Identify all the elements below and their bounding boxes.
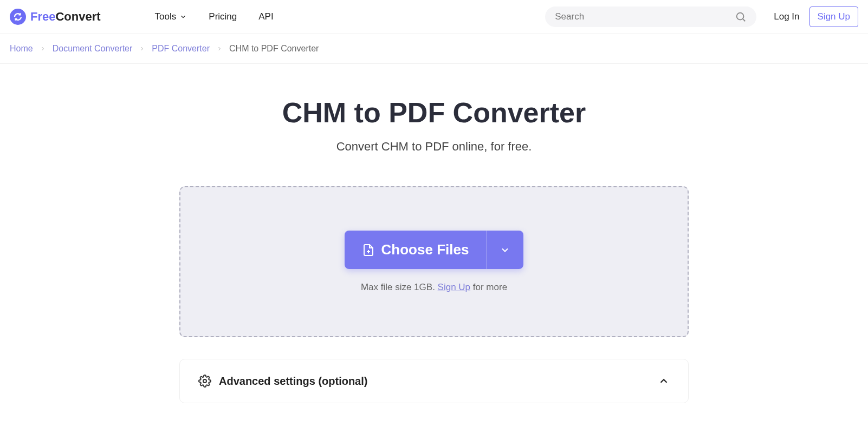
choose-files-label: Choose Files xyxy=(381,241,469,258)
file-add-icon xyxy=(362,242,375,258)
nav-tools[interactable]: Tools xyxy=(155,11,187,22)
file-size-note: Max file size 1GB. Sign Up for more xyxy=(191,282,677,293)
search-icon[interactable] xyxy=(735,11,747,23)
nav-api[interactable]: API xyxy=(258,11,273,22)
advanced-settings-toggle[interactable]: Advanced settings (optional) xyxy=(179,359,689,403)
page-title: CHM to PDF Converter xyxy=(11,96,857,129)
note-prefix: Max file size 1GB. xyxy=(361,282,438,292)
advanced-settings-label: Advanced settings (optional) xyxy=(219,375,650,388)
crumb-document-converter[interactable]: Document Converter xyxy=(53,44,133,54)
choose-files-button[interactable]: Choose Files xyxy=(345,231,487,269)
svg-point-0 xyxy=(737,13,744,20)
login-link[interactable]: Log In xyxy=(774,11,799,22)
choose-files-group: Choose Files xyxy=(345,231,524,269)
crumb-current: CHM to PDF Converter xyxy=(229,44,319,54)
main-nav: Tools Pricing API xyxy=(155,11,274,22)
crumb-pdf-converter[interactable]: PDF Converter xyxy=(152,44,210,54)
crumb-home[interactable]: Home xyxy=(10,44,33,54)
page-subtitle: Convert CHM to PDF online, for free. xyxy=(11,140,857,154)
chevron-up-icon xyxy=(658,375,670,387)
nav-tools-label: Tools xyxy=(155,11,177,22)
gear-icon xyxy=(198,375,211,388)
search-box[interactable] xyxy=(545,6,756,27)
logo[interactable]: FreeConvert xyxy=(10,9,101,25)
logo-text: FreeConvert xyxy=(30,10,101,24)
file-dropzone[interactable]: Choose Files Max file size 1GB. Sign Up … xyxy=(179,186,689,337)
nav-pricing[interactable]: Pricing xyxy=(209,11,237,22)
signup-inline-link[interactable]: Sign Up xyxy=(438,282,470,292)
svg-point-4 xyxy=(203,379,206,383)
chevron-down-icon xyxy=(500,245,510,255)
signup-button[interactable]: Sign Up xyxy=(809,6,858,27)
choose-files-dropdown[interactable] xyxy=(486,231,523,269)
svg-line-1 xyxy=(743,19,746,22)
logo-icon xyxy=(10,9,26,25)
chevron-down-icon xyxy=(179,13,187,21)
chevron-right-icon xyxy=(139,45,145,52)
breadcrumb: Home Document Converter PDF Converter CH… xyxy=(0,34,868,64)
chevron-right-icon xyxy=(40,45,46,52)
note-suffix: for more xyxy=(470,282,507,292)
search-input[interactable] xyxy=(555,11,735,22)
chevron-right-icon xyxy=(216,45,223,52)
